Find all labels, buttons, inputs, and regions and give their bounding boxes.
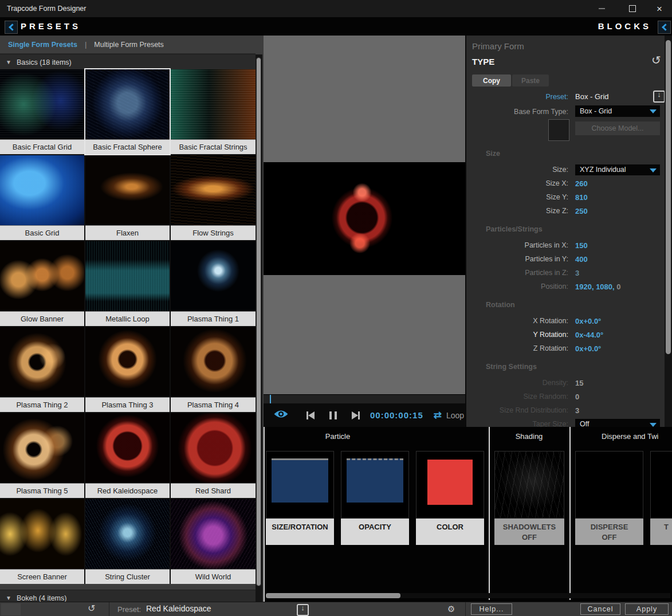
close-button[interactable]: ×: [647, 0, 672, 17]
base-form-type-dropdown[interactable]: Box - Grid: [575, 105, 660, 117]
presets-collapse-button[interactable]: [5, 21, 18, 34]
preset-item-plasma1[interactable]: Plasma Thing 1: [171, 241, 256, 326]
pause-button[interactable]: [329, 411, 337, 419]
maximize-button[interactable]: [620, 0, 645, 17]
param-value[interactable]: 3: [575, 269, 579, 277]
block-label: COLOR: [416, 519, 484, 545]
settings-gear-icon[interactable]: ⚙: [447, 604, 455, 614]
go-to-start-button[interactable]: [306, 411, 315, 419]
save-preset-button[interactable]: ↓: [297, 604, 309, 616]
preset-thumbnail: [85, 499, 170, 569]
preset-item-metallic-loop[interactable]: Metallic Loop: [85, 241, 170, 326]
preset-item-fractal-sphere[interactable]: Basic Fractal Sphere: [85, 69, 170, 154]
preset-item-string-cluster[interactable]: String Cluster: [85, 499, 170, 584]
param-label: Particles in X:: [466, 241, 568, 249]
preset-item-flaxen[interactable]: Flaxen: [85, 155, 170, 240]
param-value[interactable]: 260: [575, 179, 588, 188]
preset-item-plasma4[interactable]: Plasma Thing 4: [171, 327, 256, 412]
type-section-title: TYPE: [472, 57, 494, 66]
model-swatch: [548, 119, 569, 141]
preset-item-flow-strings[interactable]: Flow Strings: [171, 155, 256, 240]
apply-button[interactable]: Apply: [625, 603, 669, 615]
preset-item-basic-grid[interactable]: Basic Grid: [0, 155, 84, 240]
reset-icon[interactable]: ↻: [651, 53, 661, 67]
save-preset-button[interactable]: ↓: [653, 91, 665, 103]
preset-item-glow-banner[interactable]: Glow Banner: [0, 241, 84, 326]
flow-strings-thumbnail-image: [171, 155, 256, 225]
block-name: T: [664, 522, 672, 532]
preset-item-plasma5[interactable]: Plasma Thing 5: [0, 413, 84, 498]
scrollbar-thumb[interactable]: [256, 57, 261, 586]
preview-visibility-button[interactable]: [273, 409, 289, 421]
block-thumbnail: [266, 451, 334, 519]
param-dropdown[interactable]: XYZ Individual: [575, 164, 660, 175]
panel-scrollbar[interactable]: [665, 36, 672, 427]
block-state: OFF: [494, 532, 564, 543]
param-value-text: 15: [575, 379, 583, 387]
bottom-left-button[interactable]: [1, 603, 21, 615]
preview-area: 00:00:00:15 ⇄ Loop: [264, 36, 465, 427]
param-value[interactable]: 1920, 1080, 0: [575, 283, 621, 291]
loop-label[interactable]: Loop: [446, 411, 464, 420]
preset-item-wild-world[interactable]: Wild World: [171, 499, 256, 584]
choose-model-button[interactable]: Choose Model...: [575, 121, 660, 135]
section-divider: [489, 427, 490, 600]
scrollbar-thumb[interactable]: [666, 40, 671, 354]
timeline[interactable]: [264, 394, 465, 403]
tab-single-form-presets[interactable]: Single Form Presets: [8, 41, 77, 49]
param-value[interactable]: 250: [575, 207, 588, 215]
param-value[interactable]: 0x+0.0°: [575, 344, 601, 353]
block-card-shadowlets[interactable]: SHADOWLETSOFF: [494, 451, 564, 545]
preset-item-plasma2[interactable]: Plasma Thing 2: [0, 327, 84, 412]
param-value[interactable]: 150: [575, 241, 588, 250]
param-value[interactable]: 15: [575, 379, 583, 387]
reset-preset-icon[interactable]: ↻: [88, 603, 95, 614]
section-header-basics[interactable]: ▼ Basics (18 items): [0, 54, 256, 70]
plasma2-thumbnail-image: [0, 327, 84, 397]
preset-thumbnail: [0, 69, 84, 139]
preset-item-label: String Cluster: [85, 569, 170, 584]
minimize-icon: [599, 8, 605, 9]
go-to-end-button[interactable]: [352, 411, 360, 419]
block-card-t[interactable]: T: [650, 451, 672, 545]
block-card-color[interactable]: COLOR: [416, 451, 484, 545]
preset-item-label: Plasma Thing 1: [171, 311, 256, 326]
preset-item-screen-banner[interactable]: Screen Banner: [0, 499, 84, 584]
preset-item-label: Glow Banner: [0, 311, 84, 326]
blocks-collapse-button[interactable]: [658, 21, 671, 34]
param-value[interactable]: 810: [575, 193, 588, 202]
loop-icon[interactable]: ⇄: [434, 409, 442, 421]
base-form-type-label: Base Form Type:: [466, 108, 568, 116]
preset-item-fractal-grid[interactable]: Basic Fractal Grid: [0, 69, 84, 154]
help-button[interactable]: Help...: [471, 603, 512, 615]
param-value[interactable]: 0x-44.0°: [575, 331, 603, 339]
param-value[interactable]: 0: [575, 393, 579, 401]
minimize-button[interactable]: [589, 0, 614, 17]
preset-item-plasma3[interactable]: Plasma Thing 3: [85, 327, 170, 412]
param-label: Size Z:: [466, 207, 568, 215]
param-value-text: 400: [575, 255, 588, 264]
scrollbar-thumb[interactable]: [266, 593, 400, 598]
paste-button[interactable]: Paste: [512, 74, 549, 87]
blocks-horizontal-scrollbar[interactable]: [266, 593, 670, 598]
preset-thumbnail: [171, 69, 256, 139]
preset-item-red-shard[interactable]: Red Shard: [171, 413, 256, 498]
cancel-button[interactable]: Cancel: [580, 603, 620, 615]
block-card-opacity[interactable]: OPACITY: [341, 451, 409, 545]
preset-item-red-kaleido[interactable]: Red Kaleidospace: [85, 413, 170, 498]
param-value[interactable]: 400: [575, 255, 588, 264]
tab-multiple-form-presets[interactable]: Multiple Form Presets: [94, 41, 164, 49]
preset-list-scrollbar[interactable]: [256, 54, 262, 602]
block-card-disperse[interactable]: DISPERSEOFF: [575, 451, 643, 545]
param-value-text: 1920, 1080,: [575, 283, 615, 291]
playhead[interactable]: [270, 395, 271, 404]
dropdown-arrow-icon: [650, 109, 657, 113]
copy-button[interactable]: Copy: [472, 74, 511, 87]
param-value[interactable]: 3: [575, 406, 579, 415]
block-thumbnail: [341, 451, 409, 519]
block-card-size-rotation[interactable]: SIZE/ROTATION: [266, 451, 334, 545]
preset-item-fractal-strings[interactable]: Basic Fractal Strings: [171, 69, 256, 154]
plasma1-thumbnail-image: [171, 241, 256, 311]
blocks-section-title-disperse: Disperse and Twi: [602, 432, 658, 441]
param-value[interactable]: 0x+0.0°: [575, 317, 601, 325]
